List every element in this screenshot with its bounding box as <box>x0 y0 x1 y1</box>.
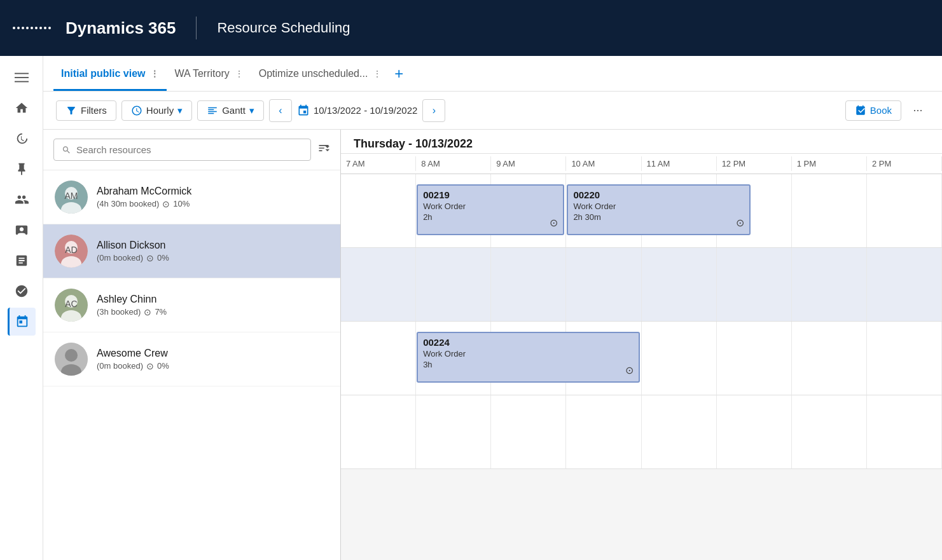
resource-meta: (4h 30m booked) ⊙ 10% <box>97 199 329 209</box>
svg-rect-1 <box>15 77 29 78</box>
gantt-cell <box>867 395 942 468</box>
resource-item[interactable]: AM Abraham McCormick (4h 30m booked) ⊙ 1… <box>43 170 340 224</box>
tab-add-button[interactable]: + <box>394 65 403 83</box>
gantt-cell <box>717 248 792 321</box>
gantt-cell <box>566 395 641 468</box>
svg-rect-2 <box>15 81 29 83</box>
gantt-cell <box>867 174 942 247</box>
resource-name: Awesome Crew <box>97 348 329 359</box>
more-options-button[interactable]: ··· <box>906 99 929 122</box>
resources-icon[interactable] <box>8 186 36 214</box>
gantt-cell <box>792 174 867 247</box>
sort-icon[interactable] <box>317 142 330 158</box>
booking-clock-icon: ⊙ <box>625 364 634 376</box>
resource-item[interactable]: Awesome Crew (0m booked) ⊙ 0% <box>43 332 340 386</box>
home-icon[interactable] <box>8 94 36 122</box>
contacts-icon[interactable] <box>8 216 36 244</box>
resource-list: AM Abraham McCormick (4h 30m booked) ⊙ 1… <box>43 170 340 560</box>
gantt-row: 00224 Work Order 3h ⊙ <box>341 322 942 395</box>
gantt-cell <box>642 322 717 395</box>
booking-block-00220[interactable]: 00220 Work Order 2h 30m ⊙ <box>567 184 751 235</box>
resource-info: Awesome Crew (0m booked) ⊙ 0% <box>97 348 329 371</box>
recent-icon[interactable] <box>8 125 36 153</box>
reports-icon[interactable] <box>8 247 36 275</box>
schedule-board-icon[interactable] <box>8 308 36 336</box>
resource-meta: (0m booked) ⊙ 0% <box>97 253 329 263</box>
hourly-label: Hourly <box>146 105 174 116</box>
gantt-cell <box>566 248 641 321</box>
search-input[interactable] <box>76 144 303 155</box>
booking-duration: 2h <box>423 212 558 222</box>
resource-item[interactable]: AC Ashley Chinn (3h booked) ⊙ 7% <box>43 278 340 332</box>
svg-text:AM: AM <box>65 191 78 201</box>
date-range-display[interactable]: 10/13/2022 - 10/19/2022 <box>297 104 417 117</box>
book-label: Book <box>870 105 892 116</box>
gantt-label: Gantt <box>222 105 246 116</box>
resource-item[interactable]: AD Allison Dickson (0m booked) ⊙ 0% <box>43 224 340 278</box>
tab-initial-public-view-label: Initial public view <box>61 68 145 79</box>
gantt-header: Thursday - 10/13/2022 7 AM 8 AM 9 AM 10 … <box>341 130 942 174</box>
avatar: AC <box>55 289 88 322</box>
resource-name: Abraham McCormick <box>97 186 329 197</box>
hour-11am: 11 AM <box>642 156 717 171</box>
scheduler-body: AM Abraham McCormick (4h 30m booked) ⊙ 1… <box>43 130 942 560</box>
clock-icon: ⊙ <box>162 199 170 209</box>
tab-optimize-unscheduled-menu[interactable]: ⋮ <box>373 69 382 79</box>
avatar <box>55 343 88 376</box>
prev-date-button[interactable]: ‹ <box>269 99 292 122</box>
teams-icon[interactable] <box>8 277 36 305</box>
resource-meta: (3h booked) ⊙ 7% <box>97 307 329 317</box>
tab-initial-public-view[interactable]: Initial public view ⋮ <box>53 56 167 91</box>
tab-optimize-unscheduled-label: Optimize unscheduled... <box>259 68 368 79</box>
gantt-cell <box>717 322 792 395</box>
booking-number: 00220 <box>573 189 744 200</box>
gantt-row <box>341 248 942 322</box>
hour-10am: 10 AM <box>566 156 641 171</box>
resource-search-bar <box>43 130 340 170</box>
top-bar-divider <box>196 17 197 39</box>
gantt-cell <box>341 174 416 247</box>
book-button[interactable]: Book <box>845 100 901 121</box>
tab-initial-public-view-menu[interactable]: ⋮ <box>150 69 159 79</box>
gantt-cell <box>491 395 566 468</box>
tab-optimize-unscheduled[interactable]: Optimize unscheduled... ⋮ <box>251 56 390 91</box>
hour-1pm: 1 PM <box>792 156 867 171</box>
avatar: AM <box>55 181 88 214</box>
gantt-cell <box>341 322 416 395</box>
clock-icon: ⊙ <box>146 361 154 371</box>
svg-text:AC: AC <box>65 299 77 309</box>
booking-clock-icon: ⊙ <box>736 217 744 229</box>
tab-wa-territory-menu[interactable]: ⋮ <box>235 69 244 79</box>
hamburger-menu-icon[interactable] <box>8 64 36 92</box>
booking-block-00219[interactable]: 00219 Work Order 2h ⊙ <box>417 184 564 235</box>
hourly-chevron[interactable]: ▾ <box>177 105 183 116</box>
next-date-button[interactable]: › <box>422 99 445 122</box>
clock-icon: ⊙ <box>146 253 154 263</box>
filters-button[interactable]: Filters <box>56 100 116 121</box>
resource-name: Ashley Chinn <box>97 294 329 305</box>
booking-number: 00219 <box>423 189 558 200</box>
booking-duration: 2h 30m <box>573 212 744 222</box>
tab-wa-territory[interactable]: WA Territory ⋮ <box>167 56 251 91</box>
resource-name: Allison Dickson <box>97 240 329 251</box>
booking-block-00224[interactable]: 00224 Work Order 3h ⊙ <box>417 332 639 383</box>
svg-rect-0 <box>15 73 29 74</box>
gantt-row <box>341 395 942 469</box>
gantt-chevron[interactable]: ▾ <box>249 105 254 116</box>
gantt-area: Thursday - 10/13/2022 7 AM 8 AM 9 AM 10 … <box>341 130 942 560</box>
gantt-cell <box>416 395 491 468</box>
gantt-date-header: Thursday - 10/13/2022 <box>341 130 942 153</box>
gantt-cell <box>642 248 717 321</box>
hourly-button[interactable]: Hourly ▾ <box>121 100 192 121</box>
search-box[interactable] <box>53 139 311 161</box>
pin-icon[interactable] <box>8 155 36 183</box>
gantt-button[interactable]: Gantt ▾ <box>197 100 264 121</box>
filters-label: Filters <box>81 105 107 116</box>
resource-info: Allison Dickson (0m booked) ⊙ 0% <box>97 240 329 263</box>
gantt-cell <box>341 248 416 321</box>
gantt-row: 00219 Work Order 2h ⊙ 00220 Work Order 2… <box>341 174 942 248</box>
booking-number: 00224 <box>423 337 633 348</box>
gantt-cell <box>792 322 867 395</box>
app-grid-icon[interactable] <box>13 27 50 29</box>
gantt-cell <box>792 248 867 321</box>
